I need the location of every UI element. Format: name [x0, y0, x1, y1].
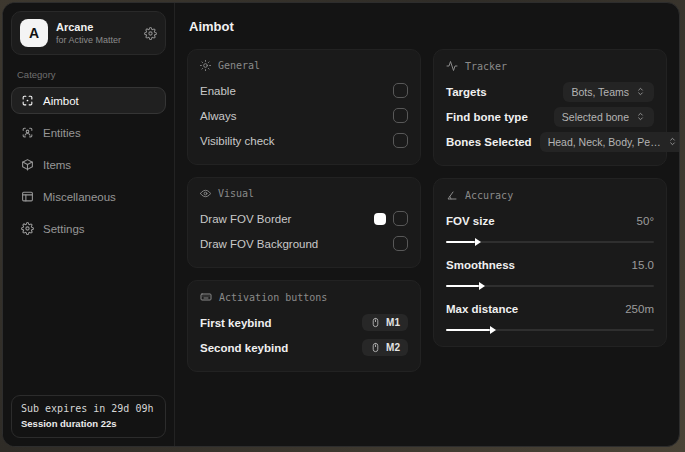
sidebar-item-aimbot[interactable]: Aimbot	[11, 87, 166, 114]
gear-icon	[21, 222, 34, 235]
max-distance-slider[interactable]	[446, 329, 654, 331]
setting-label: Second keybind	[200, 342, 288, 354]
setting-label: Bones Selected	[446, 136, 532, 148]
setting-row-first-keybind: First keybind M1	[200, 310, 408, 335]
card-activation-buttons: Activation buttons First keybind M1	[187, 280, 421, 372]
sidebar-item-label: Settings	[43, 223, 85, 235]
sidebar-item-label: Miscellaneous	[43, 191, 116, 203]
fov-size-slider[interactable]	[446, 241, 654, 243]
setting-label: Smoothness	[446, 259, 515, 271]
cube-icon	[21, 158, 34, 171]
slider-group-smoothness: Smoothness 15.0	[446, 252, 654, 287]
setting-row-second-keybind: Second keybind M2	[200, 335, 408, 360]
app-subtitle: for Active Matter	[56, 35, 121, 45]
slider-thumb[interactable]	[490, 326, 496, 334]
card-title: Visual	[218, 188, 254, 199]
slider-value: 15.0	[632, 259, 654, 271]
right-column: Tracker Targets Bots, Teams	[433, 49, 667, 347]
bones-selected-select[interactable]: Head, Neck, Body, Pe…	[540, 132, 679, 152]
slider-label-row: FOV size 50°	[446, 208, 654, 233]
visibility-check-checkbox[interactable]	[393, 133, 408, 148]
enable-checkbox[interactable]	[393, 83, 408, 98]
setting-row-bones-selected: Bones Selected Head, Neck, Body, Pe…	[446, 129, 654, 154]
select-value: Bots, Teams	[571, 86, 629, 98]
sidebar-item-label: Entities	[43, 127, 81, 139]
slider-fill	[446, 329, 490, 331]
sidebar-item-settings[interactable]: Settings	[11, 215, 166, 242]
setting-label: Draw FOV Border	[200, 213, 291, 225]
sidebar-item-miscellaneous[interactable]: Miscellaneous	[11, 183, 166, 210]
targets-select[interactable]: Bots, Teams	[563, 82, 654, 102]
setting-row-draw-fov-border: Draw FOV Border	[200, 206, 408, 231]
setting-label: Find bone type	[446, 111, 528, 123]
slider-fill	[446, 241, 475, 243]
setting-label: Visibility check	[200, 135, 275, 147]
slider-thumb[interactable]	[475, 238, 481, 246]
always-checkbox[interactable]	[393, 108, 408, 123]
crosshair-icon	[21, 94, 34, 107]
smoothness-slider[interactable]	[446, 285, 654, 287]
setting-row-always: Always	[200, 103, 408, 128]
select-value: Head, Neck, Body, Pe…	[548, 136, 661, 148]
sidebar: A Arcane for Active Matter Category Aimb…	[3, 3, 175, 446]
content-columns: General Enable Always Visibility check	[187, 49, 667, 372]
setting-label: First keybind	[200, 317, 272, 329]
first-keybind-button[interactable]: M1	[362, 314, 408, 331]
page-title: Aimbot	[189, 19, 667, 34]
mouse-icon	[370, 342, 381, 353]
setting-row-draw-fov-background: Draw FOV Background	[200, 231, 408, 256]
brand-card: A Arcane for Active Matter	[11, 11, 166, 55]
category-label: Category	[17, 69, 160, 80]
setting-label: Always	[200, 110, 236, 122]
draw-fov-background-checkbox[interactable]	[393, 236, 408, 251]
sidebar-item-items[interactable]: Items	[11, 151, 166, 178]
card-title: General	[218, 60, 260, 71]
card-general: General Enable Always Visibility check	[187, 49, 421, 165]
setting-label: Draw FOV Background	[200, 238, 318, 250]
keyboard-icon	[200, 291, 212, 303]
mouse-icon	[370, 317, 381, 328]
chevrons-up-down-icon	[635, 111, 646, 122]
subscription-card: Sub expires in 29d 09h Session duration …	[11, 395, 166, 438]
left-column: General Enable Always Visibility check	[187, 49, 421, 372]
slider-thumb[interactable]	[479, 282, 485, 290]
sidebar-item-label: Items	[43, 159, 71, 171]
setting-row-find-bone-type: Find bone type Selected bone	[446, 104, 654, 129]
sidebar-item-entities[interactable]: Entities	[11, 119, 166, 146]
slider-value: 50°	[637, 215, 654, 227]
card-visual-header: Visual	[200, 188, 408, 199]
keybind-value: M1	[386, 317, 400, 328]
color-swatch[interactable]	[374, 213, 386, 225]
sub-expires-text: Sub expires in 29d 09h	[21, 403, 156, 414]
second-keybind-button[interactable]: M2	[362, 339, 408, 356]
control-group	[374, 211, 408, 226]
person-scan-icon	[21, 126, 34, 139]
card-tracker-header: Tracker	[446, 60, 654, 72]
session-duration-text: Session duration 22s	[21, 418, 156, 429]
draw-fov-border-checkbox[interactable]	[393, 211, 408, 226]
slider-label-row: Max distance 250m	[446, 296, 654, 321]
card-accuracy: Accuracy FOV size 50°	[433, 178, 667, 347]
card-title: Tracker	[465, 61, 507, 72]
app-logo: A	[20, 19, 48, 47]
setting-row-enable: Enable	[200, 78, 408, 103]
keybind-value: M2	[386, 342, 400, 353]
setting-label: FOV size	[446, 215, 495, 227]
slider-fill	[446, 285, 479, 287]
game-background: A Arcane for Active Matter Category Aimb…	[0, 0, 685, 452]
find-bone-type-select[interactable]: Selected bone	[554, 107, 654, 127]
select-value: Selected bone	[562, 111, 629, 123]
chevrons-up-down-icon	[667, 136, 678, 147]
angle-icon	[446, 189, 458, 201]
card-visual: Visual Draw FOV Border Draw FOV Backgrou…	[187, 177, 421, 268]
card-title: Accuracy	[465, 190, 513, 201]
main-content: Aimbot General Enable	[175, 3, 679, 446]
sun-icon	[200, 60, 211, 71]
card-title: Activation buttons	[219, 292, 327, 303]
gear-icon[interactable]	[144, 27, 157, 40]
setting-row-targets: Targets Bots, Teams	[446, 79, 654, 104]
setting-label: Enable	[200, 85, 236, 97]
card-tracker: Tracker Targets Bots, Teams	[433, 49, 667, 166]
category-nav: Aimbot Entities Items	[11, 87, 166, 247]
slider-value: 250m	[625, 303, 654, 315]
